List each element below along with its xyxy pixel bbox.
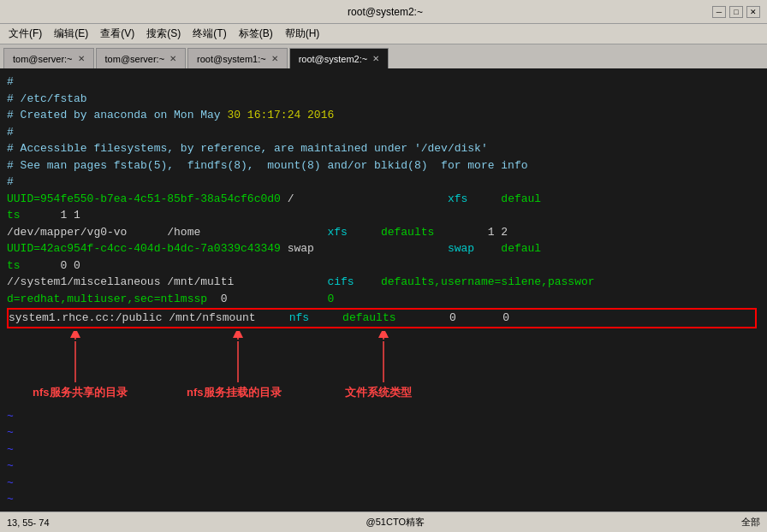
tab-0-close[interactable]: ✕	[78, 54, 85, 63]
maximize-button[interactable]: □	[729, 6, 743, 18]
window-controls[interactable]: ─ □ ✕	[712, 6, 760, 18]
line-8: UUID=954fe550-b7ea-4c51-85bf-38a54cf6c0d…	[7, 191, 760, 208]
terminal-content[interactable]: # # /etc/fstab # Created by anaconda on …	[0, 68, 767, 511]
line-7: #	[7, 174, 760, 191]
menu-search[interactable]: 搜索(S)	[141, 25, 186, 43]
tab-1[interactable]: tom@server:~ ✕	[96, 48, 187, 68]
line-11: UUID=42ac954f-c4cc-404d-b4dc-7a0339c4334…	[7, 240, 760, 257]
tilde-2: ~	[7, 424, 760, 441]
line-12: ts 0 0	[7, 257, 760, 275]
line-5: # Accessible filesystems, by reference, …	[7, 140, 760, 157]
line-nfs: system1.rhce.cc:/public /mnt/nfsmount nf…	[9, 310, 755, 327]
view-mode: 全部	[741, 516, 760, 529]
line-1: #	[7, 74, 760, 91]
menu-bar: 文件(F) 编辑(E) 查看(V) 搜索(S) 终端(T) 标签(B) 帮助(H…	[0, 24, 767, 44]
annotation-label-1: nfs服务共享的目录	[33, 384, 128, 401]
line-9: ts 1 1	[7, 207, 760, 224]
menu-edit[interactable]: 编辑(E)	[49, 25, 93, 43]
title-bar: root@system2:~ ─ □ ✕	[0, 0, 767, 24]
tilde-1: ~	[7, 408, 760, 425]
line-4: #	[7, 124, 760, 141]
line-2: # /etc/fstab	[7, 91, 760, 108]
tilde-4: ~	[7, 458, 760, 475]
svg-marker-7	[235, 331, 241, 334]
tab-2-label: root@system1:~	[197, 54, 266, 64]
tab-0[interactable]: tom@server:~ ✕	[3, 48, 94, 68]
line-13: //system1/miscellaneous /mnt/multi cifs …	[7, 274, 760, 291]
nfs-highlight-line: system1.rhce.cc:/public /mnt/nfsmount nf…	[7, 308, 757, 328]
menu-terminal[interactable]: 终端(T)	[187, 25, 231, 43]
tabs-bar: tom@server:~ ✕ tom@server:~ ✕ root@syste…	[0, 44, 767, 68]
menu-help[interactable]: 帮助(H)	[280, 25, 325, 43]
menu-file[interactable]: 文件(F)	[3, 25, 47, 43]
window-title: root@system2:~	[58, 6, 712, 18]
line-3: # Created by anaconda on Mon May 30 16:1…	[7, 107, 760, 124]
close-button[interactable]: ✕	[746, 6, 760, 18]
tab-1-close[interactable]: ✕	[169, 54, 176, 63]
annotation-label-3: 文件系统类型	[345, 384, 412, 401]
tilde-6: ~	[7, 491, 760, 508]
svg-marker-6	[72, 331, 79, 334]
line-14: d=redhat,multiuser,sec=ntlmssp 0 0	[7, 291, 760, 308]
line-10: /dev/mapper/vg0-vo /home xfs defaults 1 …	[7, 224, 760, 241]
menu-tags[interactable]: 标签(B)	[234, 25, 278, 43]
minimize-button[interactable]: ─	[712, 6, 726, 18]
annotations-area: nfs服务共享的目录 nfs服务挂载的目录 文件系统类型	[7, 331, 760, 408]
annotation-label-2: nfs服务挂载的目录	[187, 384, 282, 401]
cursor-position: 13, 55- 74	[7, 517, 50, 528]
tab-3[interactable]: root@system2:~ ✕	[289, 48, 389, 68]
tilde-3: ~	[7, 441, 760, 458]
svg-marker-8	[380, 331, 387, 334]
menu-view[interactable]: 查看(V)	[95, 25, 140, 43]
tab-2-close[interactable]: ✕	[271, 54, 278, 63]
tab-3-close[interactable]: ✕	[372, 54, 379, 63]
tab-1-label: tom@server:~	[105, 54, 165, 64]
status-bar: 13, 55- 74 @51CTO精客 全部	[0, 511, 767, 532]
line-6: # See man pages fstab(5), findfs(8), mou…	[7, 157, 760, 174]
tab-0-label: tom@server:~	[13, 54, 73, 64]
tilde-5: ~	[7, 475, 760, 492]
tab-3-label: root@system2:~	[299, 54, 368, 64]
site-info: @51CTO精客	[366, 516, 425, 529]
tab-2[interactable]: root@system1:~ ✕	[187, 48, 288, 68]
